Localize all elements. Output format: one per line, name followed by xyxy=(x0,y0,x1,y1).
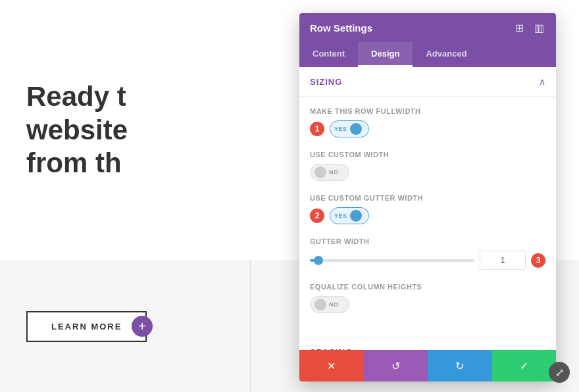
panel-header: Row Settings ⊞ ▥ xyxy=(299,13,556,42)
hero-text: Ready t website from th xyxy=(26,80,128,180)
redo-button[interactable]: ↻ xyxy=(428,350,492,381)
custom-width-toggle-label: NO xyxy=(329,169,339,176)
panel-body: Sizing ∧ Make This Row Fullwidth 1 YES U… xyxy=(299,67,556,350)
tool-icon: ⤢ xyxy=(555,366,564,379)
columns-icon[interactable]: ▥ xyxy=(532,21,545,34)
custom-width-knob xyxy=(315,166,326,178)
custom-width-field: Use Custom Width NO xyxy=(310,151,545,181)
custom-width-toggle[interactable]: NO xyxy=(310,164,349,181)
grid-icon[interactable]: ⊞ xyxy=(513,21,526,34)
equalize-heights-knob xyxy=(315,299,326,310)
equalize-heights-toggle-label: NO xyxy=(329,301,339,308)
cancel-button[interactable]: ✕ xyxy=(299,350,364,381)
panel-title: Row Settings xyxy=(310,22,372,34)
undo-button[interactable]: ↺ xyxy=(364,350,428,381)
gutter-width-label: Gutter Width xyxy=(310,237,545,245)
panel-footer: ✕ ↺ ↻ ✓ xyxy=(299,350,556,381)
custom-gutter-toggle[interactable]: YES xyxy=(330,207,369,224)
custom-width-toggle-row: NO xyxy=(310,164,545,181)
equalize-heights-label: Equalize Column Heights xyxy=(310,283,545,291)
custom-gutter-toggle-label: YES xyxy=(334,212,347,219)
custom-gutter-field: Use Custom Gutter Width 2 YES xyxy=(310,194,545,224)
sizing-section-header[interactable]: Sizing ∧ xyxy=(299,67,556,97)
sizing-title: Sizing xyxy=(310,77,342,87)
add-row-button[interactable]: + xyxy=(132,316,153,337)
bottom-right-tool-icon[interactable]: ⤢ xyxy=(549,362,570,383)
spacing-section: Spacing ∨ xyxy=(299,337,556,350)
fullwidth-toggle-knob xyxy=(350,123,362,135)
cancel-icon: ✕ xyxy=(327,360,336,372)
custom-width-label: Use Custom Width xyxy=(310,151,545,159)
gutter-width-badge: 3 xyxy=(531,253,545,268)
gutter-width-input[interactable] xyxy=(480,251,526,270)
learn-more-button[interactable]: LEARN MORE xyxy=(26,311,147,342)
row-settings-panel: Row Settings ⊞ ▥ Content Design Advanced… xyxy=(299,13,556,381)
fullwidth-toggle-label: YES xyxy=(334,126,347,132)
equalize-heights-toggle-row: NO xyxy=(310,296,545,313)
sizing-content: Make This Row Fullwidth 1 YES Use Custom… xyxy=(299,97,556,337)
tab-advanced[interactable]: Advanced xyxy=(413,42,480,67)
fullwidth-field: Make This Row Fullwidth 1 YES xyxy=(310,107,545,137)
equalize-heights-field: Equalize Column Heights NO xyxy=(310,283,545,313)
gutter-width-field: Gutter Width 3 xyxy=(310,237,545,270)
fullwidth-label: Make This Row Fullwidth xyxy=(310,107,545,115)
fullwidth-badge: 1 xyxy=(310,122,324,136)
custom-gutter-badge: 2 xyxy=(310,208,324,223)
tab-design[interactable]: Design xyxy=(358,42,413,67)
fullwidth-toggle[interactable]: YES xyxy=(330,120,369,137)
custom-gutter-knob xyxy=(350,210,362,222)
save-icon: ✓ xyxy=(520,360,528,372)
divider xyxy=(250,260,251,392)
redo-icon: ↻ xyxy=(455,360,464,372)
header-icons: ⊞ ▥ xyxy=(513,21,545,34)
gutter-slider-track[interactable] xyxy=(310,259,474,262)
tab-content[interactable]: Content xyxy=(299,42,358,67)
equalize-heights-toggle[interactable]: NO xyxy=(310,296,349,313)
undo-icon: ↺ xyxy=(391,360,400,372)
gutter-slider-row: 3 xyxy=(310,251,545,270)
spacing-section-header[interactable]: Spacing ∨ xyxy=(299,337,556,350)
gutter-slider-thumb[interactable] xyxy=(314,256,323,265)
panel-tabs: Content Design Advanced xyxy=(299,42,556,67)
fullwidth-toggle-row: 1 YES xyxy=(310,120,545,137)
custom-gutter-toggle-row: 2 YES xyxy=(310,207,545,224)
sizing-chevron-icon: ∧ xyxy=(539,76,545,87)
gutter-slider-container xyxy=(310,259,474,262)
save-button[interactable]: ✓ xyxy=(492,350,557,381)
custom-gutter-label: Use Custom Gutter Width xyxy=(310,194,545,202)
